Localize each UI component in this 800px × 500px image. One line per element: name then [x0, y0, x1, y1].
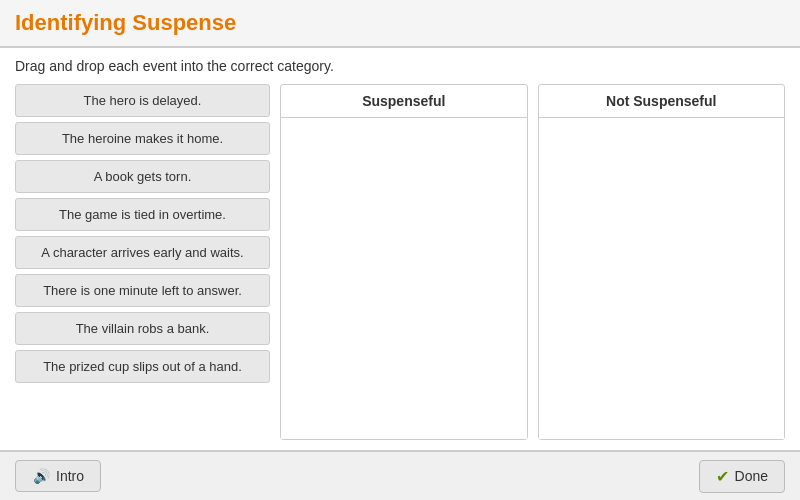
intro-button[interactable]: 🔊 Intro [15, 460, 101, 492]
instructions: Drag and drop each event into the correc… [15, 58, 785, 74]
main-content: Drag and drop each event into the correc… [0, 48, 800, 450]
event-item-e5[interactable]: A character arrives early and waits. [15, 236, 270, 269]
check-icon: ✔ [716, 467, 729, 486]
drop-zone-not-suspenseful[interactable]: Not Suspenseful [538, 84, 786, 440]
event-item-e6[interactable]: There is one minute left to answer. [15, 274, 270, 307]
event-item-e8[interactable]: The prized cup slips out of a hand. [15, 350, 270, 383]
event-item-e2[interactable]: The heroine makes it home. [15, 122, 270, 155]
drop-zone-not-suspenseful-body[interactable] [539, 118, 785, 439]
event-item-e1[interactable]: The hero is delayed. [15, 84, 270, 117]
header: Identifying Suspense [0, 0, 800, 48]
done-label: Done [735, 468, 768, 484]
drop-zone-suspenseful-label: Suspenseful [281, 85, 527, 118]
speaker-icon: 🔊 [32, 467, 50, 485]
done-button[interactable]: ✔ Done [699, 460, 785, 493]
page-title: Identifying Suspense [15, 10, 785, 36]
event-item-e4[interactable]: The game is tied in overtime. [15, 198, 270, 231]
drag-area: The hero is delayed.The heroine makes it… [15, 84, 785, 440]
intro-label: Intro [56, 468, 84, 484]
events-list: The hero is delayed.The heroine makes it… [15, 84, 270, 440]
drop-zones: Suspenseful Not Suspenseful [280, 84, 785, 440]
drop-zone-suspenseful-body[interactable] [281, 118, 527, 439]
event-item-e3[interactable]: A book gets torn. [15, 160, 270, 193]
drop-zone-not-suspenseful-label: Not Suspenseful [539, 85, 785, 118]
drop-zone-suspenseful[interactable]: Suspenseful [280, 84, 528, 440]
footer: 🔊 Intro ✔ Done [0, 450, 800, 500]
event-item-e7[interactable]: The villain robs a bank. [15, 312, 270, 345]
